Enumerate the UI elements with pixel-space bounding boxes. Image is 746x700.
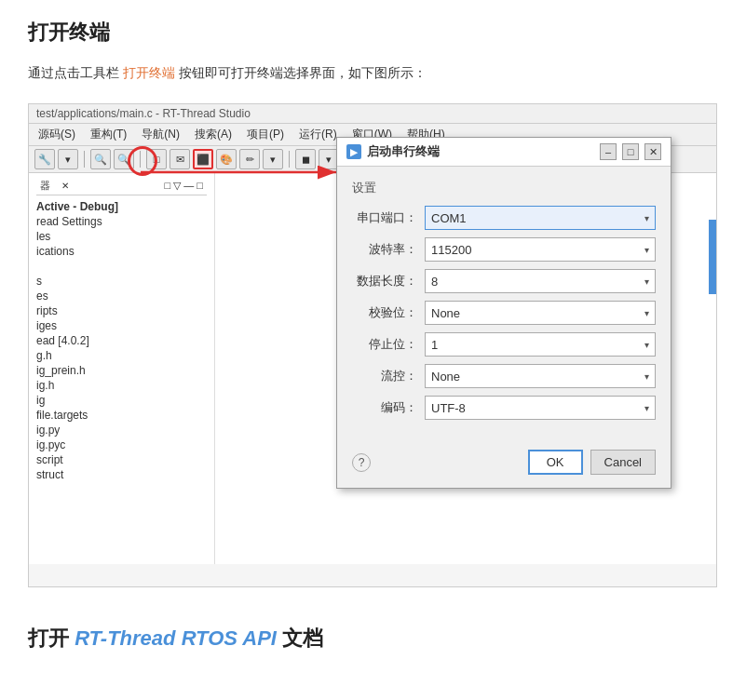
sidebar-item-script[interactable]: script xyxy=(36,452,207,467)
sidebar-item-igh[interactable]: ig.h xyxy=(36,378,207,393)
dialog-ok-button[interactable]: OK xyxy=(528,450,583,475)
scroll-indicator xyxy=(709,220,716,294)
screenshot-container: test/applications/main.c - RT-Thread Stu… xyxy=(28,103,717,587)
stop-bits-chevron: ▾ xyxy=(644,340,649,350)
sidebar-item-es[interactable]: es xyxy=(36,289,207,303)
dialog-select-data-length[interactable]: 8 ▾ xyxy=(425,269,656,293)
menu-item-project[interactable]: 项目(P) xyxy=(245,126,286,143)
sidebar-item-ripts[interactable]: ripts xyxy=(36,303,207,318)
dialog-value-encoding: UTF-8 xyxy=(431,401,466,415)
desc-before: 通过点击工具栏 xyxy=(28,65,123,80)
dialog-select-com-port[interactable]: COM1 ▾ xyxy=(425,206,656,230)
dialog-title-text: 启动串行终端 xyxy=(367,143,440,160)
toolbar-btn-black[interactable]: ◼ xyxy=(295,149,316,169)
dialog-row-com-port: 串口端口： COM1 ▾ xyxy=(352,206,656,230)
dialog-label-com-port: 串口端口： xyxy=(352,209,417,226)
desc-link: 打开终端 xyxy=(123,65,175,80)
dialog-titlebar: ▶ 启动串行终端 – □ ✕ xyxy=(337,138,671,167)
sidebar-item-ications[interactable]: ications xyxy=(36,244,207,259)
dialog-value-data-length: 8 xyxy=(431,275,438,289)
sidebar-tab-bar: 器 ✕ □ ▽ — □ xyxy=(36,177,207,195)
data-length-chevron: ▾ xyxy=(644,276,649,287)
toolbar-btn-search2[interactable]: 🔍 xyxy=(114,149,134,169)
toolbar-btn-search1[interactable]: 🔍 xyxy=(90,149,111,169)
menu-item-search[interactable]: 搜索(A) xyxy=(193,126,234,143)
sidebar-item-igpyc[interactable]: ig.pyc xyxy=(36,438,207,452)
bottom-title-api: RT-Thread RTOS API xyxy=(75,626,277,650)
help-icon-btn[interactable]: ? xyxy=(352,453,371,472)
dialog-select-stop-bits[interactable]: 1 ▾ xyxy=(425,332,656,357)
toolbar-btn-paint[interactable]: 🎨 xyxy=(216,149,237,169)
toolbar-btn-dropdown1[interactable]: ▾ xyxy=(58,149,78,169)
dialog-row-encoding: 编码： UTF-8 ▾ xyxy=(352,396,656,420)
dialog-row-parity: 校验位： None ▾ xyxy=(352,301,656,325)
sidebar-item-struct[interactable]: struct xyxy=(36,467,207,482)
toolbar-btn-edit[interactable]: ✏ xyxy=(239,149,260,169)
dialog-btn-group: OK Cancel xyxy=(528,450,656,475)
dialog-select-encoding[interactable]: UTF-8 ▾ xyxy=(425,396,656,420)
bottom-title-suffix: 文档 xyxy=(277,626,323,650)
dialog-maximize-btn[interactable]: □ xyxy=(622,143,639,160)
dialog-row-flow-control: 流控： None ▾ xyxy=(352,364,656,388)
dialog-label-baud: 波特率： xyxy=(352,241,417,258)
menu-item-refactor[interactable]: 重构(T) xyxy=(88,126,129,143)
toolbar-btn-dropdown2[interactable]: ▾ xyxy=(263,149,283,169)
dialog-section-label: 设置 xyxy=(352,180,656,196)
sidebar-item-read-settings[interactable]: read Settings xyxy=(36,214,207,229)
dialog-label-stop-bits: 停止位： xyxy=(352,336,417,353)
toolbar-btn-msg[interactable]: ✉ xyxy=(170,149,190,169)
flow-control-chevron: ▾ xyxy=(644,371,649,382)
toolbar-sep-1 xyxy=(84,151,85,168)
sidebar-item-les[interactable]: les xyxy=(36,229,207,244)
dialog-label-encoding: 编码： xyxy=(352,399,417,416)
ide-titlebar: test/applications/main.c - RT-Thread Stu… xyxy=(29,104,716,124)
sidebar-item-ig-prein[interactable]: ig_prein.h xyxy=(36,363,207,378)
dialog-body: 设置 串口端口： COM1 ▾ 波特率： 115200 ▾ 数据长度： xyxy=(337,167,671,440)
desc-after: 按钮即可打开终端选择界面，如下图所示： xyxy=(175,65,427,80)
sidebar-item-s[interactable]: s xyxy=(36,274,207,289)
dialog-select-parity[interactable]: None ▾ xyxy=(425,301,656,325)
dialog-label-parity: 校验位： xyxy=(352,304,417,321)
toolbar-btn-terminal[interactable]: ⬛ xyxy=(193,149,213,169)
dialog-title-icon: ▶ xyxy=(346,144,361,159)
page-title: 打开终端 xyxy=(28,19,718,47)
dialog-value-baud: 115200 xyxy=(431,243,471,257)
dialog-label-flow-control: 流控： xyxy=(352,368,417,384)
ide-sidebar: 器 ✕ □ ▽ — □ Active - Debug] read Setting… xyxy=(29,173,215,564)
parity-chevron: ▾ xyxy=(644,308,649,318)
sidebar-tab-label[interactable]: 器 xyxy=(36,177,54,195)
dialog-cancel-button[interactable]: Cancel xyxy=(590,450,656,475)
dialog-close-btn[interactable]: ✕ xyxy=(644,143,661,160)
dialog-value-com-port: COM1 xyxy=(431,211,467,225)
dialog-label-data-length: 数据长度： xyxy=(352,273,417,289)
com-port-chevron: ▾ xyxy=(644,213,649,223)
sidebar-item-iges[interactable]: iges xyxy=(36,318,207,333)
sidebar-tab-icons: □ ▽ — □ xyxy=(161,178,207,194)
dialog-row-data-length: 数据长度： 8 ▾ xyxy=(352,269,656,293)
menu-item-source[interactable]: 源码(S) xyxy=(36,126,77,143)
sidebar-item-igpy[interactable]: ig.py xyxy=(36,423,207,438)
dialog-minimize-btn[interactable]: – xyxy=(600,143,617,160)
sidebar-item-file-targets[interactable]: file.targets xyxy=(36,408,207,423)
sidebar-item-gh[interactable]: g.h xyxy=(36,348,207,363)
dialog-value-flow-control: None xyxy=(431,370,460,384)
sidebar-tab-close[interactable]: ✕ xyxy=(58,179,73,193)
sidebar-item-active[interactable]: Active - Debug] xyxy=(36,199,207,214)
menu-item-navigate[interactable]: 导航(N) xyxy=(140,126,182,143)
toolbar-sep-3 xyxy=(289,151,290,168)
dialog-select-baud[interactable]: 115200 ▾ xyxy=(425,237,656,262)
dialog-select-flow-control[interactable]: None ▾ xyxy=(425,364,656,388)
dialog-footer: ? OK Cancel xyxy=(337,440,671,488)
sidebar-item-ig[interactable]: ig xyxy=(36,393,207,408)
serial-terminal-dialog: ▶ 启动串行终端 – □ ✕ 设置 串口端口： COM1 ▾ 波特率 xyxy=(336,137,671,489)
dialog-value-parity: None xyxy=(431,306,460,320)
baud-chevron: ▾ xyxy=(644,245,649,255)
description: 通过点击工具栏 打开终端 按钮即可打开终端选择界面，如下图所示： xyxy=(28,61,718,85)
toolbar-btn-box[interactable]: □ xyxy=(146,149,167,169)
dialog-row-stop-bits: 停止位： 1 ▾ xyxy=(352,332,656,357)
dialog-value-stop-bits: 1 xyxy=(431,338,438,352)
dialog-row-baud: 波特率： 115200 ▾ xyxy=(352,237,656,262)
menu-item-run[interactable]: 运行(R) xyxy=(297,126,339,143)
sidebar-item-ead[interactable]: ead [4.0.2] xyxy=(36,333,207,348)
toolbar-btn-settings[interactable]: 🔧 xyxy=(34,149,55,169)
